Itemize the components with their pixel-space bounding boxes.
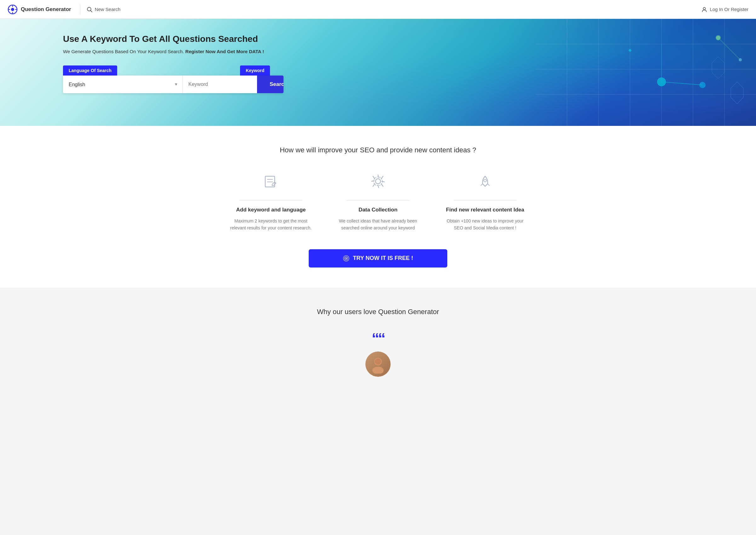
edit-icon — [263, 173, 279, 193]
svg-point-32 — [376, 179, 380, 184]
svg-point-27 — [739, 58, 742, 61]
feature-name-1: Add keyword and language — [230, 207, 312, 213]
svg-point-19 — [699, 82, 706, 88]
testimonials-section: Why our users love Question Generator ““ — [0, 288, 756, 402]
login-register[interactable]: Log In Or Register — [702, 7, 748, 12]
feature-icon-wrap-1 — [230, 172, 312, 194]
feature-desc-2: We collect ideas that have already been … — [337, 217, 419, 232]
gear-icon — [370, 173, 386, 193]
svg-point-34 — [484, 180, 486, 182]
features-grid: Add keyword and language Maximum 2 keywo… — [32, 172, 724, 232]
svg-line-7 — [90, 11, 92, 12]
features-section: How we will improve your SEO and provide… — [0, 126, 756, 288]
search-nav-icon — [87, 7, 92, 12]
language-select-wrapper: English French Spanish German ▼ — [63, 75, 183, 93]
brand-name: Question Generator — [21, 6, 71, 13]
feature-item-1: Add keyword and language Maximum 2 keywo… — [230, 172, 312, 232]
search-form: Language Of Search Keyword English Frenc… — [63, 66, 284, 93]
hero-content: Use A Keyword To Get All Questions Searc… — [63, 34, 284, 93]
try-now-label: TRY NOW IT IS FREE ! — [353, 255, 413, 262]
language-label-badge: Language Of Search — [63, 66, 117, 75]
login-label: Log In Or Register — [710, 7, 748, 12]
circuit-decoration — [302, 19, 756, 126]
svg-point-20 — [716, 36, 720, 40]
svg-marker-24 — [731, 82, 743, 104]
feature-item-3: Find new relevant content Idea Obtain +1… — [444, 172, 526, 232]
feature-name-2: Data Collection — [337, 207, 419, 213]
svg-point-18 — [657, 77, 666, 86]
language-select[interactable]: English French Spanish German — [63, 75, 182, 93]
brand-icon — [8, 4, 18, 14]
keyword-label-badge: Keyword — [240, 66, 270, 75]
svg-point-1 — [11, 8, 14, 11]
hero-section: Use A Keyword To Get All Questions Searc… — [0, 19, 756, 126]
rocket-icon — [477, 173, 493, 193]
svg-marker-25 — [712, 57, 724, 79]
search-button[interactable]: Search — [257, 75, 284, 93]
feature-desc-3: Obtain +100 new ideas to improve your SE… — [444, 217, 526, 232]
navbar: Question Generator New Search Log In Or … — [0, 0, 756, 19]
svg-point-40 — [375, 358, 381, 365]
feature-desc-1: Maximum 2 keywords to get the most relev… — [230, 217, 312, 232]
features-title: How we will improve your SEO and provide… — [32, 146, 724, 154]
feature-item-2: Data Collection We collect ideas that ha… — [337, 172, 419, 232]
try-now-button[interactable]: TRY NOW IT IS FREE ! — [309, 249, 447, 268]
quote-marks: ““ — [32, 331, 724, 347]
keyword-input[interactable] — [183, 75, 257, 93]
new-search-label: New Search — [95, 7, 121, 12]
svg-point-26 — [716, 35, 721, 40]
svg-line-28 — [718, 38, 740, 60]
user-icon — [702, 7, 707, 12]
feature-divider-3 — [454, 200, 517, 201]
svg-line-22 — [661, 82, 703, 85]
brand[interactable]: Question Generator — [8, 4, 80, 14]
feature-icon-wrap-2 — [337, 172, 419, 194]
feature-divider-1 — [239, 200, 302, 201]
search-labels: Language Of Search Keyword — [63, 66, 284, 75]
svg-point-8 — [703, 7, 706, 10]
testimonials-title: Why our users love Question Generator — [32, 308, 724, 316]
hero-subtitle: We Generate Questions Based On Your Keyw… — [63, 48, 284, 55]
feature-divider-2 — [347, 200, 409, 201]
try-icon — [343, 255, 350, 262]
feature-name-3: Find new relevant content Idea — [444, 207, 526, 213]
new-search-nav[interactable]: New Search — [87, 7, 121, 12]
svg-point-21 — [629, 49, 631, 52]
svg-point-39 — [372, 367, 384, 374]
feature-icon-wrap-3 — [444, 172, 526, 194]
avatar-image — [369, 355, 387, 374]
svg-point-37 — [346, 258, 347, 259]
hero-title: Use A Keyword To Get All Questions Searc… — [63, 34, 284, 44]
search-inputs-row: English French Spanish German ▼ Search — [63, 75, 284, 93]
avatar — [365, 352, 391, 377]
